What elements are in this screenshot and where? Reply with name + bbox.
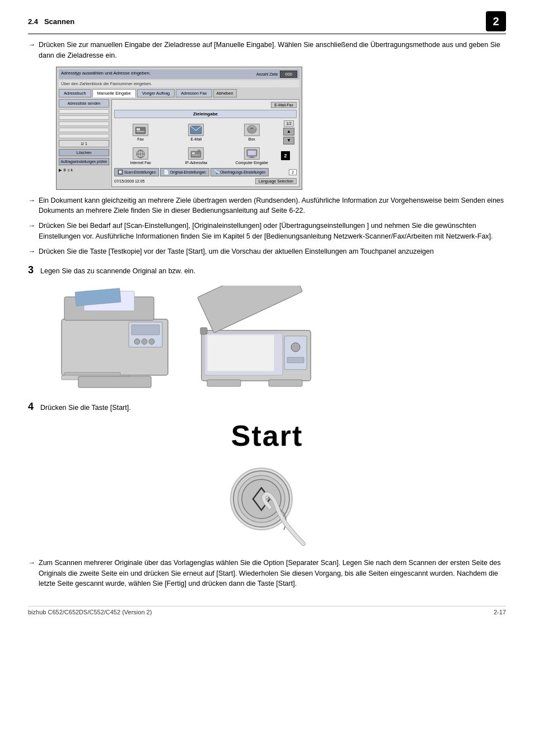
bottom-icons: ▶⏸ck [59,168,109,172]
step-3-row: 3 Legen Sie das zu scannende Original an… [28,264,506,277]
start-button-image [28,457,506,547]
scanner-ui-container: Adresstyp auswählen und Adresse eingeben… [45,67,506,190]
page-header: 2.4 Scannen 2 [28,11,506,34]
bullet-arrow-4: → [28,247,35,255]
scanner-top-bar: Adresstyp auswählen und Adresse eingeben… [59,69,299,79]
start-button-svg [217,457,317,547]
step-3-number: 3 [28,264,34,276]
svg-rect-2 [137,131,144,132]
svg-rect-36 [287,357,304,363]
chapter-number-badge: 2 [486,11,506,31]
destination-grid: Fax E-Mail [114,120,297,165]
adressliste-label[interactable]: Adressliste senden [59,99,109,108]
svg-rect-33 [207,335,274,371]
page-up-btn[interactable]: ▲ [283,128,294,136]
footer-left: bizhub C652/C652DS/C552/C452 (Version 2) [28,609,152,615]
btn-language-selection[interactable]: Language Selection [255,178,297,184]
bullet-arrow-5: → [28,558,35,567]
scanner-left-col: Adressliste senden 1/ 1 Löschen Auftrags… [59,99,109,187]
ip-fax-icon: IP [188,147,204,160]
tab-adressen-fax[interactable]: Adressen Fax [176,89,212,97]
svg-text:IP: IP [198,149,200,152]
btn-loeschen[interactable]: Löschen [59,149,109,156]
dest-email[interactable]: E-Mail [170,124,222,141]
start-label-text: Start [28,419,506,452]
section-number: 2.4 [28,17,38,26]
svg-rect-16 [250,156,254,157]
svg-point-35 [291,343,300,352]
start-section: Start [28,419,506,547]
bullet-arrow-1: → [28,40,35,49]
email-icon [188,124,204,136]
counter-display: 000 [280,71,297,78]
dest-computer[interactable]: Computer Eingabe [226,147,278,165]
scanner-tab-bar[interactable]: Adressbuch Manuelle Eingabe Voriger Auft… [59,89,299,97]
bullet-item-5: → Zum Scannen mehrerer Originale über da… [28,558,506,589]
step-4-number: 4 [28,401,34,413]
page-indicator: 1/2 [284,120,294,127]
page-num2: 2 [289,169,297,175]
dest-internet-fax-label: Internet Fax [130,161,151,165]
device-image-flatbed [196,286,313,392]
svg-rect-5 [250,128,254,129]
dest-fax[interactable]: Fax [114,124,167,141]
scanner-right-panel: E-Mail-Fax Zieleingabe [111,99,299,187]
dest-box[interactable]: Box [226,124,278,141]
bullet-item-1: → Drücken Sie zur manuellen Eingabe der … [28,40,506,61]
section-title: 2.4 Scannen [28,17,74,26]
svg-rect-12 [192,155,200,156]
btn-emailfax[interactable]: E-Mail-Fax [271,102,297,108]
btn-uebert-einst[interactable]: 📡 Übertragungs-Einstellungen [210,168,269,176]
svg-rect-34 [284,336,307,370]
top-bar-address-label: Adresstyp auswählen und Adresse eingeben… [61,71,151,78]
svg-rect-38 [269,380,302,386]
svg-rect-22 [132,325,160,335]
bullet-text-3: Drücken Sie bei Bedarf auf [Scan-Einstel… [39,221,506,242]
section-name: Scannen [44,17,74,26]
svg-point-24 [142,339,147,344]
bullet-arrow-2: → [28,196,35,204]
tab-voriger-auftrag[interactable]: Voriger Auftrag [137,89,175,97]
ziel-label: Zieleingabe [114,110,297,118]
bullet-arrow-3: → [28,221,35,230]
page-down-btn[interactable]: ▼ [283,137,294,144]
dest-box-label: Box [249,137,255,141]
svg-rect-1 [137,128,140,130]
bullet-text-2: Ein Dokument kann gleichzeitig an mehrer… [39,195,506,217]
number-badge-2: 2 [281,151,290,160]
btn-scan-einst[interactable]: 🔲 Scan-Einstellungen [114,168,159,176]
scanner-main-row: Adressliste senden 1/ 1 Löschen Auftrags… [59,99,299,187]
time-display: 07/15/2009 12:05 [114,179,145,183]
footer-right: 2-17 [494,609,506,615]
bullet-item-4: → Drücken Sie die Taste [Testkopie] vor … [28,246,506,257]
device-image-adf [50,286,179,392]
tab-manuelle-eingabe[interactable]: Manuelle Eingabe [92,89,136,97]
dest-email-label: E-Mail [191,137,202,141]
bullet-item-3: → Drücken Sie bei Bedarf auf [Scan-Einst… [28,221,506,242]
top-bar-right: Anzahl Ziele 000 [256,71,297,78]
svg-rect-37 [207,380,241,386]
bullet-text-5: Zum Scannen mehrerer Originale über das … [39,558,506,589]
tab-adressbuch[interactable]: Adressbuch [59,89,91,97]
page-footer: bizhub C652/C652DS/C552/C452 (Version 2)… [28,606,506,615]
scanner-ui: Adresstyp auswählen und Adresse eingeben… [56,67,302,190]
dest-internet-fax[interactable]: Internet Fax [114,147,167,165]
btn-auftragseinst[interactable]: Auftragseinstellungen prüfen [59,158,109,165]
top-bar-anzahl-label: Anzahl Ziele [256,72,278,76]
dest-ip-fax-label: IP-Adressfax [185,161,207,165]
svg-rect-39 [200,328,207,334]
svg-point-23 [134,339,140,344]
sub-instruction: Über den Zahlenblock die Faxnummer einge… [59,80,299,87]
btn-orig-einst[interactable]: 📄 Original-Einstellungen [160,168,209,176]
btn-abheben[interactable]: Abheben [213,89,237,97]
bottom-bar: 🔲 Scan-Einstellungen 📄 Original-Einstell… [114,168,297,176]
dest-computer-label: Computer Eingabe [236,161,268,165]
fax-icon [133,124,148,136]
bullet-text-1: Drücken Sie zur manuellen Eingabe der Zi… [39,40,506,61]
svg-rect-28 [78,376,151,388]
dest-ip-fax[interactable]: IP IP-Adressfax [170,147,222,165]
svg-rect-11 [192,152,195,154]
dest-fax-label: Fax [137,137,144,141]
svg-rect-17 [249,157,255,158]
bullet-text-4: Drücken Sie die Taste [Testkopie] vor de… [39,246,434,257]
